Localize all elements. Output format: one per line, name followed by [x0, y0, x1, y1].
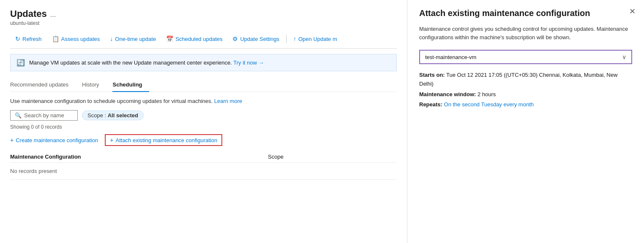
filter-row: 🔍 Search by name Scope : All selected	[10, 110, 397, 121]
open-update-button[interactable]: ↑ Open Update m	[288, 33, 342, 45]
toolbar-divider	[286, 35, 287, 43]
maintenance-dropdown[interactable]: test-maintenance-vm ∨	[419, 50, 632, 64]
calendar-icon: 📅	[166, 35, 173, 42]
action-buttons: + Create maintenance configuration + Att…	[10, 134, 397, 146]
assess-icon: 📋	[52, 35, 59, 42]
panel-title: Attach existing maintenance configuratio…	[419, 8, 632, 18]
maintenance-window-line: Maintenance window: 2 hours	[419, 90, 632, 99]
dropdown-value: test-maintenance-vm	[425, 54, 476, 60]
tab-history[interactable]: History	[82, 78, 106, 92]
plus-icon-create: +	[10, 137, 14, 143]
scheduling-description: Use maintenance configuration to schedul…	[10, 98, 397, 104]
scope-badge[interactable]: Scope : All selected	[82, 111, 144, 120]
right-panel: Attach existing maintenance configuratio…	[407, 0, 644, 243]
learn-more-link[interactable]: Learn more	[214, 98, 242, 104]
close-button[interactable]: ✕	[629, 8, 636, 15]
search-box[interactable]: 🔍 Search by name	[10, 110, 78, 121]
table-header: Maintenance Configuration Scope	[10, 151, 397, 163]
panel-description: Maintenance control gives you scheduling…	[419, 25, 632, 41]
settings-icon: ⚙	[232, 35, 238, 42]
repeats-value: On the second Tuesday every month	[444, 101, 534, 108]
refresh-button[interactable]: ↻ Refresh	[10, 33, 47, 45]
page-ellipsis: ...	[50, 11, 56, 19]
starts-on-line: Starts on: Tue Oct 12 2021 17:05 ((UTC+0…	[419, 71, 632, 89]
records-count: Showing 0 of 0 records	[10, 124, 397, 130]
page-title: Updates	[10, 8, 47, 19]
left-panel: Updates ... ubuntu-latest ↻ Refresh 📋 As…	[0, 0, 407, 243]
plus-icon-attach: +	[110, 137, 113, 143]
download-icon: ↓	[110, 35, 113, 42]
info-icon: 🔄	[16, 59, 25, 67]
arrow-up-icon: ↑	[293, 35, 296, 42]
chevron-down-icon: ∨	[622, 54, 626, 60]
banner-text: Manage VM updates at scale with the new …	[29, 59, 264, 66]
tab-scheduling[interactable]: Scheduling	[112, 78, 149, 92]
assess-updates-button[interactable]: 📋 Assess updates	[47, 33, 105, 45]
one-time-update-button[interactable]: ↓ One-time update	[105, 33, 161, 45]
search-placeholder: Search by name	[24, 112, 64, 119]
banner-link[interactable]: Try it now →	[233, 59, 264, 66]
col-header-config: Maintenance Configuration	[10, 154, 268, 160]
search-icon: 🔍	[15, 112, 22, 119]
page-subtitle: ubuntu-latest	[10, 20, 397, 26]
tab-recommended-updates[interactable]: Recommended updates	[10, 78, 75, 92]
attach-maintenance-button[interactable]: + Attach existing maintenance configurat…	[105, 134, 222, 146]
create-maintenance-button[interactable]: + Create maintenance configuration	[10, 136, 98, 144]
info-banner: 🔄 Manage VM updates at scale with the ne…	[10, 54, 397, 71]
col-header-scope: Scope	[268, 154, 397, 160]
repeats-line: Repeats: On the second Tuesday every mon…	[419, 100, 632, 109]
no-records-row: No records present	[10, 163, 397, 180]
tabs-container: Recommended updates History Scheduling	[10, 78, 397, 92]
scheduled-updates-button[interactable]: 📅 Scheduled updates	[161, 33, 227, 45]
refresh-icon: ↻	[15, 35, 20, 42]
update-settings-button[interactable]: ⚙ Update Settings	[227, 33, 284, 45]
toolbar: ↻ Refresh 📋 Assess updates ↓ One-time up…	[10, 33, 397, 49]
